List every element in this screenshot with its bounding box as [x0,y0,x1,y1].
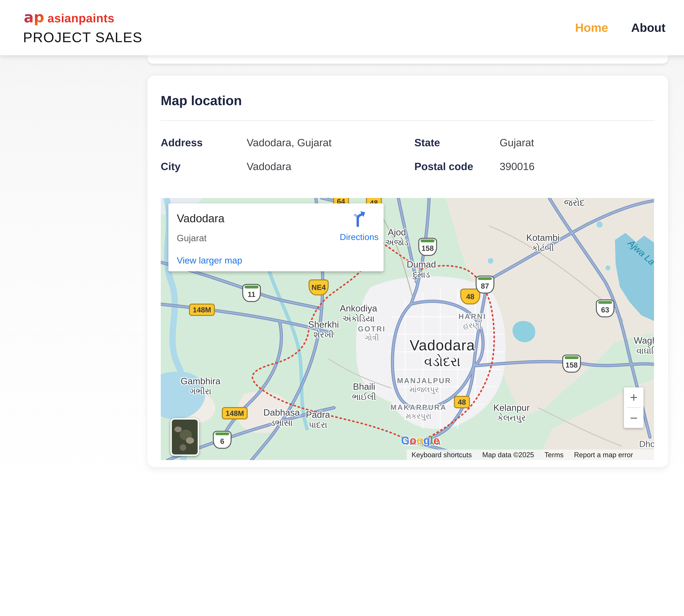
attribution-item: Map data ©2025 [482,451,534,459]
map-location-card: Map location Address Vadodara, Gujarat S… [147,75,668,467]
field-label-address: Address [161,136,247,150]
field-label-state: State [414,136,500,150]
map-info-card: Vadodara Gujarat Directions View larger … [168,203,384,271]
info-card-title: Vadodara [177,212,224,225]
attribution-item[interactable]: Terms [545,451,564,459]
page: ap asianpaints PROJECT SALES Home About [0,0,684,616]
main-nav: Home About [575,0,665,55]
google-watermark: Google [401,434,440,447]
field-value-city: Vadodara [247,159,414,173]
directions-icon [350,209,368,227]
map-zoom-control: + − [624,388,643,428]
map-attribution: Keyboard shortcutsMap data ©2025TermsRep… [407,449,654,460]
directions-label: Directions [339,232,379,242]
info-card-subtitle: Gujarat [177,233,207,243]
satellite-view-toggle[interactable] [170,418,199,456]
field-label-postal: Postal code [414,159,500,173]
header: ap asianpaints PROJECT SALES Home About [0,0,684,55]
brand-name: asianpaints [47,12,114,25]
divider [161,120,655,121]
address-fields: Address Vadodara, Gujarat State Gujarat … [161,136,655,173]
field-value-address: Vadodara, Gujarat [247,136,414,150]
brand-subtitle: PROJECT SALES [23,29,142,45]
card-title: Map location [161,93,242,108]
field-label-city: City [161,159,247,173]
directions-link[interactable]: Directions [339,209,379,242]
google-map-embed[interactable]: 6448NE4148M48148M481588711631586 Ajodઅજો… [161,198,654,460]
nav-home[interactable]: Home [575,21,608,35]
brand-logo[interactable]: ap asianpaints PROJECT SALES [23,8,142,45]
zoom-in-button[interactable]: + [624,388,643,408]
svg-text:ap: ap [24,9,44,26]
asianpaints-logo-icon: ap [23,9,44,27]
nav-about[interactable]: About [631,21,665,35]
view-larger-map-link[interactable]: View larger map [177,255,242,266]
attribution-item[interactable]: Keyboard shortcuts [412,451,472,459]
field-value-postal: 390016 [500,159,655,173]
field-value-state: Gujarat [500,136,655,150]
previous-card-fragment [147,55,668,64]
attribution-item[interactable]: Report a map error [574,451,633,459]
zoom-out-button[interactable]: − [624,408,643,428]
